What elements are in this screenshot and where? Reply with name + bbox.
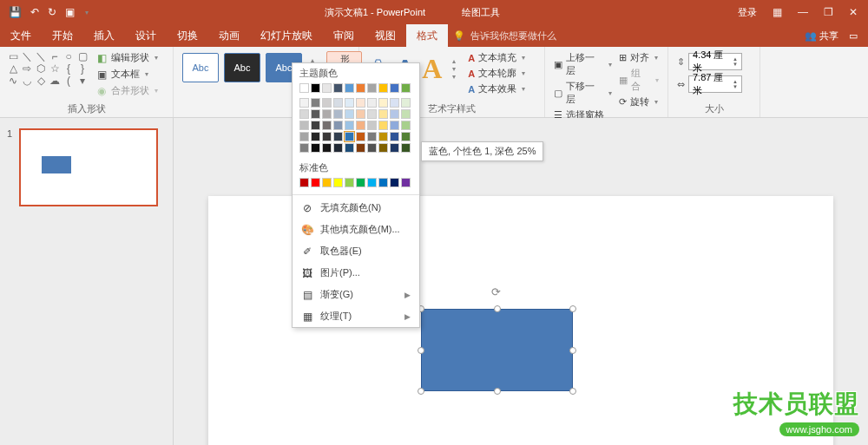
text-fill-button[interactable]: A文本填充▾ xyxy=(468,51,525,64)
resize-handle[interactable] xyxy=(569,305,576,312)
color-swatch[interactable] xyxy=(333,98,343,108)
shape-arrow-icon[interactable]: ⇨ xyxy=(21,63,33,74)
spin-down-icon[interactable]: ▼ xyxy=(733,84,738,89)
color-swatch[interactable] xyxy=(333,109,343,119)
comments-icon[interactable]: ▭ xyxy=(849,30,858,42)
color-swatch[interactable] xyxy=(356,83,365,93)
color-swatch[interactable] xyxy=(322,121,332,130)
color-swatch[interactable] xyxy=(345,132,354,141)
color-swatch[interactable] xyxy=(333,121,343,130)
textbox-button[interactable]: ▣文本框▾ xyxy=(95,68,158,81)
color-swatch[interactable] xyxy=(367,143,377,153)
slide-thumbnail-1[interactable] xyxy=(19,128,158,206)
color-swatch[interactable] xyxy=(390,98,399,108)
color-swatch[interactable] xyxy=(311,143,320,153)
color-swatch[interactable] xyxy=(333,178,343,187)
color-swatch[interactable] xyxy=(322,109,332,119)
shape-paren-icon[interactable]: ( xyxy=(62,75,75,86)
color-swatch[interactable] xyxy=(401,143,411,153)
send-backward-button[interactable]: ▢下移一层▾ xyxy=(554,80,612,106)
color-swatch[interactable] xyxy=(299,121,309,130)
color-swatch[interactable] xyxy=(299,132,309,141)
tab-home[interactable]: 开始 xyxy=(42,24,83,47)
color-swatch[interactable] xyxy=(367,178,377,187)
color-swatch[interactable] xyxy=(322,143,332,153)
tell-me-search[interactable]: 💡 告诉我你想要做什么 xyxy=(453,29,556,43)
color-swatch[interactable] xyxy=(311,121,320,130)
shapes-gallery[interactable]: ▭ ＼ ＼ ⌐ ○ ▢ △ ⇨ ⬡ ☆ { } ∿ ◡ ◇ ☁ ( ▾ xyxy=(5,49,92,88)
tab-review[interactable]: 审阅 xyxy=(323,24,365,47)
align-button[interactable]: ⊞对齐▾ xyxy=(619,51,659,64)
eyedropper-item[interactable]: ✐取色器(E) xyxy=(293,240,419,262)
color-swatch[interactable] xyxy=(299,83,309,93)
color-swatch[interactable] xyxy=(401,98,411,108)
color-swatch[interactable] xyxy=(401,132,411,141)
color-swatch[interactable] xyxy=(367,132,377,141)
wa-more-icon[interactable]: ▾ xyxy=(452,73,456,81)
color-swatch[interactable] xyxy=(401,178,411,187)
color-swatch[interactable] xyxy=(378,143,388,153)
redo-icon[interactable]: ↻ xyxy=(48,6,56,18)
spin-down-icon[interactable]: ▼ xyxy=(733,62,738,67)
color-swatch[interactable] xyxy=(322,98,332,108)
shape-oval-icon[interactable]: ○ xyxy=(62,51,75,62)
color-swatch[interactable] xyxy=(322,178,332,187)
resize-handle[interactable] xyxy=(418,347,424,354)
color-swatch[interactable] xyxy=(378,109,388,119)
color-swatch[interactable] xyxy=(345,83,354,93)
resize-handle[interactable] xyxy=(569,388,576,395)
color-swatch[interactable] xyxy=(356,98,365,108)
color-swatch[interactable] xyxy=(311,178,320,187)
tab-animations[interactable]: 动画 xyxy=(208,24,250,47)
color-swatch[interactable] xyxy=(378,132,388,141)
picture-fill-item[interactable]: 🖼图片(P)... xyxy=(293,262,419,284)
start-from-beginning-icon[interactable]: ▣ xyxy=(65,6,75,18)
color-swatch[interactable] xyxy=(401,121,411,130)
color-swatch[interactable] xyxy=(378,98,388,108)
shape-tri-icon[interactable]: △ xyxy=(7,63,19,74)
tab-view[interactable]: 视图 xyxy=(365,24,406,47)
color-swatch[interactable] xyxy=(367,98,377,108)
shape-elbow-icon[interactable]: ⌐ xyxy=(49,51,61,62)
shape-lbrace-icon[interactable]: { xyxy=(62,63,75,74)
shape-line-icon[interactable]: ＼ xyxy=(21,51,33,62)
color-swatch[interactable] xyxy=(356,109,365,119)
shape-star-icon[interactable]: ☆ xyxy=(49,63,61,74)
shape-connector-icon[interactable]: ∿ xyxy=(7,75,19,86)
color-swatch[interactable] xyxy=(322,132,332,141)
selected-rectangle-shape[interactable]: ⟳ xyxy=(421,309,573,391)
wordart-style-3[interactable]: A xyxy=(422,53,442,85)
color-swatch[interactable] xyxy=(333,83,343,93)
color-swatch[interactable] xyxy=(390,109,399,119)
color-swatch[interactable] xyxy=(356,132,365,141)
color-swatch[interactable] xyxy=(390,83,399,93)
more-colors-item[interactable]: 🎨其他填充颜色(M)... xyxy=(293,219,419,240)
color-swatch[interactable] xyxy=(356,143,365,153)
undo-icon[interactable]: ↶ xyxy=(30,6,39,18)
height-input[interactable]: 4.34 厘米▲▼ xyxy=(688,53,742,70)
color-swatch[interactable] xyxy=(345,143,354,153)
color-swatch[interactable] xyxy=(345,121,354,130)
save-icon[interactable]: 💾 xyxy=(9,6,22,18)
color-swatch[interactable] xyxy=(401,109,411,119)
rotate-handle-icon[interactable]: ⟳ xyxy=(491,285,503,298)
resize-handle[interactable] xyxy=(418,388,424,395)
resize-handle[interactable] xyxy=(494,388,501,395)
color-swatch[interactable] xyxy=(356,178,365,187)
color-swatch[interactable] xyxy=(299,178,309,187)
color-swatch[interactable] xyxy=(367,109,377,119)
color-swatch[interactable] xyxy=(356,121,365,130)
color-swatch[interactable] xyxy=(299,109,309,119)
color-swatch[interactable] xyxy=(378,83,388,93)
shape-line2-icon[interactable]: ＼ xyxy=(35,51,47,62)
shape-rect-icon[interactable]: ▭ xyxy=(7,51,19,62)
qat-more-icon[interactable]: ▾ xyxy=(85,9,89,16)
resize-handle[interactable] xyxy=(569,347,576,354)
color-swatch[interactable] xyxy=(378,121,388,130)
shape-rbrace-icon[interactable]: } xyxy=(76,63,89,74)
color-swatch[interactable] xyxy=(311,83,320,93)
restore-icon[interactable]: ❐ xyxy=(824,6,833,18)
color-swatch[interactable] xyxy=(390,143,399,153)
minimize-icon[interactable]: — xyxy=(798,6,808,18)
color-swatch[interactable] xyxy=(345,98,354,108)
